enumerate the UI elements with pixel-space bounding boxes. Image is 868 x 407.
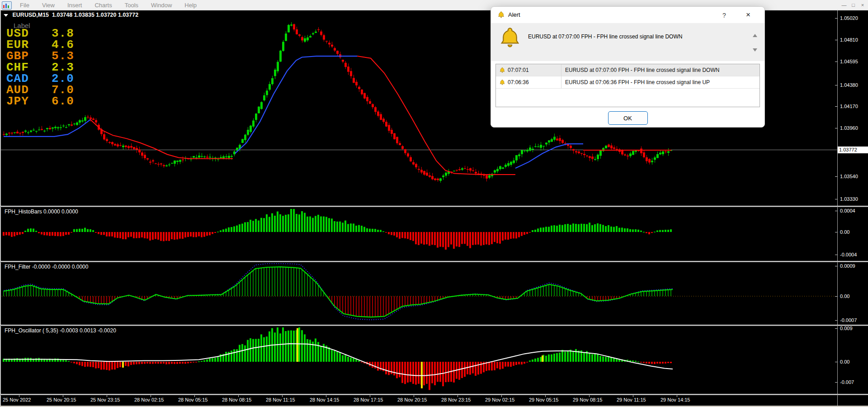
- price-tick: [835, 85, 837, 85]
- indicator-tick: [835, 255, 837, 255]
- alert-time: 07:06:36: [508, 79, 529, 85]
- time-axis-label: 29 Nov 11:15: [617, 397, 646, 402]
- panel-title-histobars: FPH_HistoBars 0.0000 0.0000: [5, 208, 78, 215]
- alert-dialog: Alert ? × EURUSD at 07:07:00 FPH - FPH l…: [491, 6, 765, 128]
- panel-divider[interactable]: [0, 261, 868, 262]
- bell-icon: [499, 67, 505, 73]
- indicator-tick: [835, 211, 837, 211]
- indicator-axis-label: -0.007: [840, 379, 854, 385]
- left-frame: [0, 10, 1, 406]
- indicator-axis-label: 0.00: [840, 293, 849, 299]
- panel-divider[interactable]: [0, 325, 868, 326]
- scroll-up-icon[interactable]: [753, 34, 757, 37]
- restore-icon[interactable]: □: [850, 0, 857, 9]
- mt4-window: FileViewInsertChartsToolsWindowHelp — □ …: [0, 0, 868, 407]
- price-axis-label: 1.05020: [840, 15, 858, 21]
- indicator-axis-label: 0.00: [840, 229, 849, 235]
- panel-divider[interactable]: [0, 206, 868, 207]
- price-tick: [835, 40, 837, 40]
- time-axis-label: 29 Nov 02:15: [485, 397, 514, 402]
- indicator-axis-label: -0.0007: [840, 317, 857, 323]
- price-axis-label: 1.04595: [840, 59, 858, 64]
- menu-item-tools[interactable]: Tools: [118, 0, 145, 10]
- alert-message-area: EURUSD at 07:07:00 FPH - FPH line crosse…: [491, 23, 764, 61]
- price-tick: [835, 18, 837, 19]
- alert-row[interactable]: 07:06:36EURUSD at 07:06:36 FPH - FPH lin…: [496, 76, 760, 89]
- close-icon[interactable]: ×: [859, 0, 866, 9]
- bell-icon: [497, 11, 505, 19]
- time-axis-label: 25 Nov 2022: [3, 397, 31, 402]
- alert-text: EURUSD at 07:07:00 FPH - FPH line crosse…: [561, 64, 760, 76]
- indicator-axis-label: -0.0004: [840, 252, 857, 257]
- time-axis-label: 28 Nov 05:15: [178, 397, 208, 402]
- time-axis-label: 25 Nov 23:15: [90, 397, 120, 402]
- menu-items: FileViewInsertChartsToolsWindowHelp: [14, 0, 203, 10]
- strength-row-jpy: JPY6.0: [6, 96, 29, 107]
- menu-item-file[interactable]: File: [14, 0, 36, 10]
- panel-title-filter: FPH_Filter -0.0000 -0.0000 0.0000: [5, 264, 88, 270]
- alert-title: Alert: [508, 11, 520, 18]
- price-axis-label: 1.03540: [840, 174, 858, 179]
- price-axis-label: 1.04170: [840, 104, 858, 109]
- currency-code: JPY: [6, 95, 29, 108]
- indicator-axis-label: 0.0009: [840, 263, 855, 269]
- time-axis-label: 25 Nov 20:15: [47, 397, 76, 402]
- symbol-period: EURUSD,M15: [12, 12, 49, 18]
- chart-title: EURUSD,M15 1.03748 1.03835 1.03720 1.037…: [4, 12, 138, 18]
- alert-message: EURUSD at 07:07:00 FPH - FPH line crosse…: [528, 29, 682, 44]
- price-axis-label: 1.04810: [840, 37, 858, 43]
- time-axis-label: 28 Nov 08:15: [222, 397, 251, 402]
- time-axis-label: 28 Nov 02:15: [134, 397, 164, 402]
- time-axis-label: 29 Nov 08:15: [573, 397, 602, 402]
- indicator-tick: [835, 320, 837, 321]
- symbol-dropdown-icon[interactable]: [4, 14, 8, 17]
- app-logo-icon: [2, 1, 12, 9]
- minimize-icon[interactable]: —: [840, 0, 848, 9]
- alert-row[interactable]: 07:07:01EURUSD at 07:07:00 FPH - FPH lin…: [496, 64, 760, 76]
- time-axis-label: 28 Nov 17:15: [354, 397, 383, 402]
- time-axis-label: 29 Nov 14:15: [660, 397, 690, 402]
- time-axis-label: 28 Nov 14:15: [310, 397, 339, 402]
- menu-item-view[interactable]: View: [36, 0, 61, 10]
- alert-titlebar[interactable]: Alert ? ×: [491, 7, 764, 23]
- axis-border: [837, 10, 838, 406]
- price-tick: [835, 128, 837, 128]
- indicator-tick: [835, 296, 837, 297]
- window-controls: — □ ×: [840, 0, 866, 10]
- price-tick: [835, 176, 837, 177]
- menu-item-insert[interactable]: Insert: [61, 0, 89, 10]
- indicator-tick: [835, 328, 837, 329]
- alert-text: EURUSD at 07:06:36 FPH - FPH line crosse…: [561, 76, 760, 88]
- indicator-tick: [835, 266, 837, 266]
- indicator-tick: [835, 362, 837, 362]
- scroll-down-icon[interactable]: [753, 48, 757, 52]
- price-tick: [835, 106, 837, 107]
- time-axis-label: 28 Nov 11:15: [266, 397, 295, 402]
- ok-button[interactable]: OK: [608, 111, 648, 125]
- currency-value: 6.0: [52, 96, 74, 107]
- ohlc-values: 1.03748 1.03835 1.03720 1.03772: [52, 12, 138, 18]
- panel-divider: [0, 394, 868, 395]
- indicator-axis-label: 0.0004: [840, 208, 855, 213]
- panel-title-oscillator: FPH_Oscillator ( 5,35) -0.0003 0.0013 -0…: [5, 327, 116, 334]
- dialog-close-icon[interactable]: ×: [743, 9, 754, 20]
- time-axis-label: 28 Nov 20:15: [397, 397, 427, 402]
- menu-item-window[interactable]: Window: [145, 0, 178, 10]
- time-axis-label: 28 Nov 23:15: [441, 397, 471, 402]
- indicator-tick: [835, 232, 837, 232]
- indicator-axis-label: 0.009: [840, 326, 853, 331]
- bell-icon: [498, 26, 522, 49]
- price-tick: [835, 62, 837, 62]
- alert-time: 07:07:01: [508, 67, 529, 73]
- bell-icon: [499, 79, 505, 85]
- help-button[interactable]: ?: [719, 10, 729, 20]
- bid-price-box: 1.03772: [838, 147, 868, 153]
- price-axis-label: 1.03330: [840, 196, 858, 202]
- indicator-tick: [835, 382, 837, 383]
- time-axis-label: 29 Nov 05:15: [529, 397, 558, 402]
- price-axis-label: 1.03960: [840, 125, 858, 131]
- menu-item-help[interactable]: Help: [178, 0, 203, 10]
- alert-history-list[interactable]: 07:07:01EURUSD at 07:07:00 FPH - FPH lin…: [495, 64, 760, 107]
- menu-item-charts[interactable]: Charts: [88, 0, 118, 10]
- price-axis-label: 1.04380: [840, 82, 858, 88]
